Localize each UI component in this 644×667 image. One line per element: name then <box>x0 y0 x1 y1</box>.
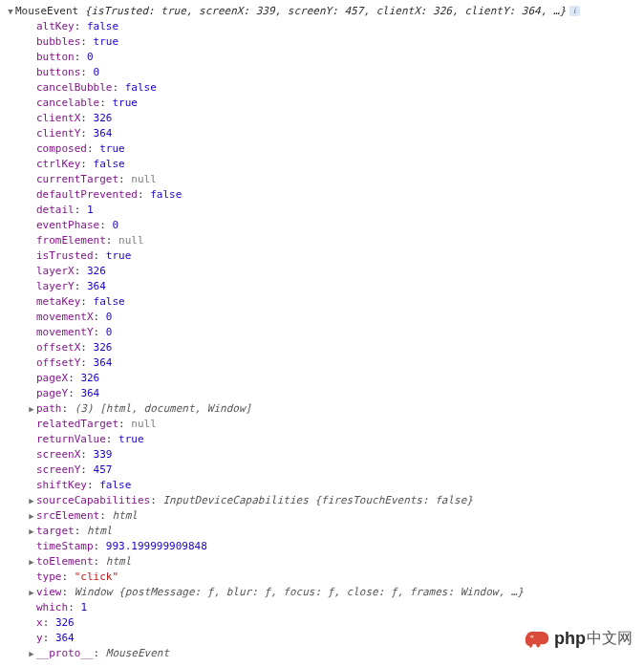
colon: : <box>43 616 55 629</box>
property-key: cancelable <box>36 97 99 109</box>
property-value: "click" <box>75 570 118 583</box>
property-key: clientY <box>36 127 80 140</box>
colon: : <box>80 341 93 354</box>
colon: : <box>80 356 93 369</box>
disclosure-triangle-right-icon[interactable]: ▶ <box>27 493 36 508</box>
property-row: ▶ctrlKey: false <box>6 157 644 172</box>
class-name: MouseEvent <box>15 5 85 17</box>
property-value: true <box>99 142 125 155</box>
property-value: false <box>94 295 125 308</box>
colon: : <box>80 295 93 308</box>
property-key: clientX <box>36 112 80 124</box>
property-row: ▶layerY: 364 <box>6 279 644 294</box>
colon: : <box>150 494 162 506</box>
property-row[interactable]: ▶toElement: html <box>6 554 644 570</box>
colon: : <box>75 265 87 277</box>
property-row[interactable]: ▶target: html <box>6 524 644 539</box>
property-row: ▶metaKey: false <box>6 294 644 310</box>
property-key: pageX <box>36 372 68 384</box>
property-row: ▶isTrusted: true <box>6 248 644 264</box>
property-value: false <box>150 188 182 201</box>
property-key: timeStamp <box>36 540 94 552</box>
property-row: ▶which: 1 <box>6 600 644 615</box>
colon: : <box>75 280 87 292</box>
property-key: toElement <box>36 555 94 568</box>
disclosure-triangle-right-icon[interactable]: ▶ <box>27 554 36 570</box>
colon: : <box>43 632 55 644</box>
property-key: isTrusted <box>36 249 94 262</box>
colon: : <box>80 112 93 124</box>
colon: : <box>75 20 87 32</box>
property-row: ▶returnValue: true <box>6 432 644 447</box>
property-value: 0 <box>94 66 100 78</box>
property-value: 326 <box>55 616 75 629</box>
property-row: ▶cancelable: true <box>6 96 644 111</box>
object-summary: {isTrusted: true, screenX: 339, screenY:… <box>85 5 566 17</box>
colon: : <box>68 387 80 399</box>
colon: : <box>112 81 124 94</box>
property-preview: html <box>87 525 113 537</box>
disclosure-triangle-right-icon[interactable]: ▶ <box>27 646 36 661</box>
property-value: 339 <box>94 448 113 461</box>
colon: : <box>106 234 118 247</box>
property-row: ▶type: "click" <box>6 570 644 585</box>
colon: : <box>94 647 106 659</box>
property-key: movementX <box>36 311 94 323</box>
property-row: ▶altKey: false <box>6 19 644 34</box>
disclosure-triangle-right-icon[interactable]: ▶ <box>27 585 36 600</box>
property-value: 1 <box>87 204 94 216</box>
property-preview: MouseEvent <box>106 647 169 659</box>
property-value: 326 <box>87 265 106 277</box>
property-row[interactable]: ▶view: Window {postMessage: ƒ, blur: ƒ, … <box>6 585 644 600</box>
property-value: null <box>131 173 157 185</box>
property-key: button <box>36 51 75 63</box>
property-row: ▶fromElement: null <box>6 233 644 248</box>
colon: : <box>99 97 112 109</box>
property-value: false <box>94 158 125 170</box>
property-key: srcElement <box>36 509 99 522</box>
property-key: sourceCapabilities <box>36 494 150 506</box>
disclosure-triangle-right-icon[interactable]: ▶ <box>27 524 36 539</box>
property-row[interactable]: ▶path: (3) [html, document, Window] <box>6 401 644 417</box>
property-key: defaultPrevented <box>36 188 138 201</box>
property-value: false <box>125 81 157 94</box>
colon: : <box>87 479 99 491</box>
property-row: ▶screenX: 339 <box>6 447 644 463</box>
colon: : <box>87 142 99 155</box>
property-row: ▶defaultPrevented: false <box>6 187 644 203</box>
property-key: layerX <box>36 265 75 277</box>
property-value: 364 <box>80 387 99 399</box>
property-row[interactable]: ▶srcElement: html <box>6 508 644 524</box>
property-key: composed <box>36 142 87 155</box>
property-row[interactable]: ▶sourceCapabilities: InputDeviceCapabili… <box>6 493 644 508</box>
property-row: ▶eventPhase: 0 <box>6 218 644 233</box>
colon: : <box>75 525 87 537</box>
property-key: x <box>36 616 43 629</box>
property-key: detail <box>36 204 75 216</box>
disclosure-triangle-right-icon[interactable]: ▶ <box>27 401 36 417</box>
property-value: null <box>131 418 157 430</box>
property-value: 0 <box>87 51 94 63</box>
property-key: cancelBubble <box>36 81 112 94</box>
colon: : <box>138 188 150 201</box>
property-value: true <box>112 97 138 109</box>
colon: : <box>62 586 75 598</box>
disclosure-triangle-right-icon[interactable]: ▶ <box>27 508 36 524</box>
colon: : <box>80 158 93 170</box>
property-value: false <box>87 20 118 32</box>
property-row: ▶currentTarget: null <box>6 172 644 187</box>
disclosure-triangle-down-icon[interactable]: ▼ <box>6 4 15 19</box>
property-key: fromElement <box>36 234 106 247</box>
property-value: 364 <box>55 632 75 644</box>
property-key: y <box>36 632 43 644</box>
colon: : <box>80 448 93 461</box>
object-header[interactable]: ▼MouseEvent {isTrusted: true, screenX: 3… <box>6 4 644 19</box>
php-elephant-icon <box>524 627 550 650</box>
property-key: currentTarget <box>36 173 118 185</box>
colon: : <box>94 311 106 323</box>
watermark-text-cn: 中文网 <box>587 631 633 646</box>
colon: : <box>94 555 106 568</box>
info-icon[interactable]: i <box>569 6 580 16</box>
property-value: true <box>118 433 144 445</box>
property-row: ▶relatedTarget: null <box>6 417 644 432</box>
